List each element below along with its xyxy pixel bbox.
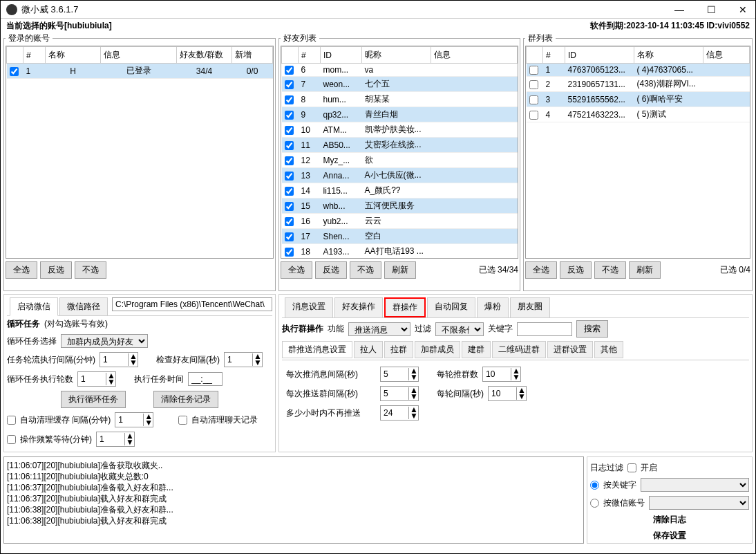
rounds-input[interactable]: ▲▼ <box>77 371 116 387</box>
tab-start-wechat[interactable]: 启动微信 <box>10 297 58 316</box>
table-row[interactable]: 8hum...胡某某 <box>282 92 518 107</box>
table-row[interactable]: 355291655562...( 6)啊哈平安 <box>527 92 750 107</box>
subtab[interactable]: 拉群 <box>384 341 413 358</box>
groupop-title: 执行群操作 <box>282 323 323 335</box>
tab-msg-settings[interactable]: 消息设置 <box>285 297 333 317</box>
subtab[interactable]: 群推送消息设置 <box>282 341 352 358</box>
groups-table[interactable]: # ID 名称 信息 147637065123...( 4)47637065..… <box>526 46 750 122</box>
clear-log-button[interactable]: 清除日志 <box>653 514 686 526</box>
subtab[interactable]: 拉人 <box>354 341 383 358</box>
friends-refresh-button[interactable]: 刷新 <box>384 261 416 279</box>
friends-inv-button[interactable]: 反选 <box>315 261 347 279</box>
table-row[interactable]: 10ATM...凯蒂护肤美妆... <box>282 122 518 138</box>
table-row[interactable]: 9qp32...青丝白烟 <box>282 107 518 122</box>
table-row[interactable]: 18A193...AA打电话193 ... <box>282 244 518 259</box>
filter-byacct-radio[interactable] <box>590 499 599 508</box>
save-settings-button[interactable]: 保存设置 <box>653 530 686 542</box>
pushint-input[interactable]: ▲▼ <box>380 367 419 382</box>
table-row[interactable]: 6mom...va <box>282 64 518 77</box>
tab-group-op[interactable]: 群操作 <box>384 297 426 317</box>
accounts-table[interactable]: # 名称 信息 好友数/群数 新增 1H已登录34/40/0 <box>6 46 273 79</box>
filter-kw-select[interactable] <box>641 478 749 492</box>
subtab[interactable]: 其他 <box>594 341 623 358</box>
search-button[interactable]: 搜索 <box>576 320 608 338</box>
table-row[interactable]: 17Shen...空白 <box>282 229 518 244</box>
table-row[interactable]: 7weon...七个五 <box>282 77 518 92</box>
loop-title: 循环任务 <box>7 318 40 330</box>
sendint-label: 每次推送群间隔(秒) <box>286 388 376 400</box>
filter-select[interactable]: 不限条件 <box>435 322 484 336</box>
exec-loop-button[interactable]: 执行循环任务 <box>61 391 126 408</box>
loop-select[interactable]: 加群内成员为好友 <box>61 334 148 348</box>
filter-label: 过滤 <box>415 323 431 335</box>
table-row[interactable]: 447521463223...( 5)测试 <box>527 107 750 122</box>
stopafter-label: 多少小时内不再推送 <box>286 407 376 419</box>
wechat-path-input[interactable] <box>112 297 272 311</box>
opwait-input[interactable]: ▲▼ <box>96 432 135 447</box>
tab-baofen[interactable]: 爆粉 <box>477 297 509 317</box>
opwait-label: 操作频繁等待(分钟) <box>20 434 92 445</box>
friends-selall-button[interactable]: 全选 <box>281 261 312 279</box>
autoclean-checkbox[interactable] <box>7 416 16 425</box>
opwait-checkbox[interactable] <box>7 435 16 444</box>
tab-wechat-path[interactable]: 微信路径 <box>59 297 108 315</box>
interval-input[interactable]: ▲▼ <box>100 352 138 367</box>
accounts-none-button[interactable]: 不选 <box>75 261 106 279</box>
filter-acct-select[interactable] <box>649 496 749 510</box>
logfilter-enable-checkbox[interactable] <box>627 463 636 472</box>
tab-auto-reply[interactable]: 自动回复 <box>427 297 475 317</box>
exectime-label: 执行任务时间 <box>134 373 184 385</box>
accounts-inv-button[interactable]: 反选 <box>40 261 72 279</box>
friends-table[interactable]: # ID 昵称 信息 6mom...va7weon...七个五8hum...胡某… <box>281 46 518 259</box>
keyword-label: 关键字 <box>488 323 513 335</box>
stopafter-input[interactable]: ▲▼ <box>380 405 419 421</box>
table-row[interactable]: 16yub2...云云 <box>282 214 518 229</box>
groups-refresh-button[interactable]: 刷新 <box>629 261 661 279</box>
table-row[interactable]: 13Anna...A小七供应(微... <box>282 168 518 183</box>
sendint-input[interactable]: ▲▼ <box>380 386 419 401</box>
table-row[interactable]: 147637065123...( 4)47637065... <box>527 64 750 77</box>
interval-label: 任务轮流执行间隔(分钟) <box>7 354 95 366</box>
exectime-input[interactable] <box>188 372 223 386</box>
subtab[interactable]: 进群设置 <box>547 341 593 358</box>
tab-friend-op[interactable]: 好友操作 <box>334 297 383 317</box>
groups-inv-button[interactable]: 反选 <box>560 261 592 279</box>
table-row[interactable]: 15whb...五河便民服务 <box>282 198 518 214</box>
expiry-label: 软件到期:2023-10-14 11:03:45 ID:vivi0552 <box>590 20 750 31</box>
loop-note: (对勾选账号有效) <box>44 318 108 330</box>
groups-selall-button[interactable]: 全选 <box>525 261 557 279</box>
subtab[interactable]: 二维码进群 <box>492 341 546 358</box>
groups-count: 已选 0/4 <box>720 264 750 276</box>
keyword-input[interactable] <box>517 322 572 336</box>
check-input[interactable]: ▲▼ <box>224 352 263 367</box>
roundint-input[interactable]: ▲▼ <box>488 386 527 401</box>
pushint-label: 每次推消息间隔(秒) <box>286 369 376 380</box>
autochat-checkbox[interactable] <box>178 416 187 425</box>
pushcnt-input[interactable]: ▲▼ <box>482 367 521 382</box>
autochat-label: 自动清理聊天记录 <box>191 414 258 426</box>
app-icon <box>6 4 17 15</box>
table-row[interactable]: 223190657131...(438)潮群网VI... <box>527 77 750 92</box>
groups-panel-title: 群列表 <box>525 33 556 44</box>
subtab[interactable]: 加群成员 <box>415 341 460 358</box>
groups-none-button[interactable]: 不选 <box>594 261 626 279</box>
close-button[interactable]: ✕ <box>736 4 750 15</box>
pushcnt-label: 每轮推群数 <box>437 369 478 380</box>
friends-none-button[interactable]: 不选 <box>350 261 381 279</box>
autoclean-input[interactable]: ▲▼ <box>115 412 153 427</box>
logfilter-label: 日志过滤 <box>590 462 623 474</box>
table-row[interactable]: 11AB50...艾密彩在线接... <box>282 138 518 153</box>
minimize-button[interactable]: — <box>672 4 686 15</box>
func-label: 功能 <box>328 323 344 335</box>
clear-task-button[interactable]: 清除任务记录 <box>153 391 218 408</box>
table-row[interactable]: 1H已登录34/40/0 <box>7 64 273 79</box>
func-select[interactable]: 推送消息 <box>348 322 410 336</box>
maximize-button[interactable]: ☐ <box>704 4 718 15</box>
tab-moments[interactable]: 朋友圈 <box>510 297 550 317</box>
subtab[interactable]: 建群 <box>462 341 491 358</box>
accounts-selall-button[interactable]: 全选 <box>6 261 37 279</box>
filter-bykw-radio[interactable] <box>590 481 599 490</box>
table-row[interactable]: 14li115...A_颜氏?? <box>282 183 518 198</box>
filter-byacct-label: 按微信账号 <box>603 497 645 509</box>
table-row[interactable]: 12Myz_...欲 <box>282 153 518 168</box>
